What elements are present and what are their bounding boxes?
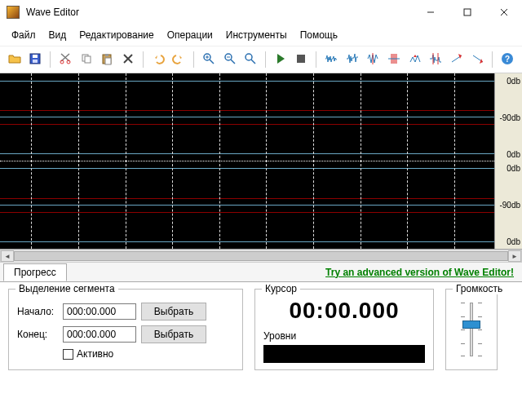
- tab-progress[interactable]: Прогресс: [3, 263, 67, 281]
- bottom-panel: Прогресс Try an advanced version of Wave…: [0, 263, 522, 378]
- end-input[interactable]: [63, 326, 136, 343]
- svg-rect-10: [85, 56, 91, 63]
- cursor-title: Курсор: [262, 283, 300, 294]
- menu-bar: Файл Вид Редактирование Операции Инструм…: [0, 24, 522, 46]
- undo-button[interactable]: [148, 50, 168, 69]
- active-checkbox[interactable]: [63, 349, 73, 360]
- scroll-right-icon[interactable]: ►: [508, 250, 521, 262]
- segment-title: Выделение сегмента: [15, 283, 118, 294]
- svg-rect-5: [33, 55, 38, 58]
- volume-slider[interactable]: [454, 298, 489, 361]
- wave-tool-8[interactable]: [468, 50, 488, 69]
- copy-button[interactable]: [77, 50, 96, 69]
- db-label-0: 0db: [507, 237, 520, 246]
- app-icon: [7, 6, 20, 19]
- svg-rect-13: [105, 58, 111, 64]
- waveform-area: 0db -90db 0db 0db -90db 0db ◄ ►: [0, 73, 522, 263]
- volume-thumb[interactable]: [462, 321, 480, 329]
- menu-help[interactable]: Помощь: [294, 26, 344, 44]
- svg-rect-25: [297, 55, 305, 63]
- wave-tool-4[interactable]: [384, 50, 404, 69]
- levels-label: Уровни: [263, 330, 425, 342]
- paste-button[interactable]: [98, 50, 117, 69]
- minimize-button[interactable]: [412, 0, 449, 24]
- db-label-neg90: -90db: [499, 113, 520, 122]
- menu-view[interactable]: Вид: [42, 26, 73, 44]
- cursor-time: 00:00.000: [263, 298, 425, 324]
- active-label: Активно: [77, 348, 113, 360]
- menu-operations[interactable]: Операции: [161, 26, 219, 44]
- help-icon: ?: [501, 52, 514, 68]
- menu-tools[interactable]: Инструменты: [219, 26, 294, 44]
- play-icon: [274, 52, 287, 68]
- title-bar: Wave Editor: [0, 0, 522, 24]
- close-button[interactable]: [485, 0, 522, 24]
- menu-edit[interactable]: Редактирование: [73, 26, 160, 44]
- end-label: Конец:: [17, 329, 58, 340]
- fade-in-icon: [450, 52, 463, 68]
- menu-file[interactable]: Файл: [5, 26, 42, 44]
- svg-line-21: [231, 60, 235, 64]
- zoomout-icon: [223, 52, 237, 68]
- wave-tool-2[interactable]: [343, 50, 362, 69]
- amplify-up-icon: [409, 52, 422, 68]
- db-label-0: 0db: [507, 149, 520, 158]
- db-label-neg90: -90db: [499, 201, 520, 210]
- volume-title: Громкость: [453, 283, 506, 294]
- waveform-select-icon: [387, 52, 400, 68]
- zoom-in-button[interactable]: [199, 50, 219, 69]
- wave-tool-1[interactable]: [321, 50, 341, 69]
- db-scale: 0db -90db 0db 0db -90db 0db: [494, 73, 522, 249]
- zoomin-icon: [202, 52, 215, 68]
- wave-tool-5[interactable]: [405, 50, 425, 69]
- waveform-canvas[interactable]: 0db -90db 0db 0db -90db 0db: [0, 73, 522, 250]
- wave-tool-3[interactable]: [364, 50, 383, 69]
- zoom-fit-button[interactable]: [241, 50, 260, 69]
- cut-icon: [59, 52, 72, 68]
- play-button[interactable]: [271, 50, 290, 69]
- save-icon: [29, 52, 42, 68]
- db-label-0: 0db: [507, 164, 520, 173]
- open-button[interactable]: [5, 50, 24, 69]
- toolbar: ?: [0, 46, 522, 73]
- volume-group: Громкость: [445, 289, 498, 370]
- cut-button[interactable]: [55, 50, 75, 69]
- delete-button[interactable]: [118, 50, 138, 69]
- open-icon: [8, 52, 21, 68]
- delete-icon: [122, 52, 135, 68]
- svg-text:?: ?: [505, 55, 510, 64]
- waveform-icon: [325, 52, 338, 68]
- db-label-0: 0db: [507, 76, 520, 85]
- end-select-button[interactable]: Выбрать: [141, 325, 206, 343]
- stop-button[interactable]: [292, 50, 312, 69]
- maximize-button[interactable]: [449, 0, 485, 24]
- start-select-button[interactable]: Выбрать: [141, 303, 206, 321]
- svg-rect-12: [105, 54, 108, 56]
- cursor-group: Курсор 00:00.000 Уровни: [254, 289, 434, 370]
- scrollbar-thumb[interactable]: [14, 251, 508, 261]
- redo-button[interactable]: [169, 50, 188, 69]
- zoom-out-button[interactable]: [220, 50, 240, 69]
- scroll-left-icon[interactable]: ◄: [1, 250, 14, 262]
- wave-tool-7[interactable]: [447, 50, 467, 69]
- horizontal-scrollbar[interactable]: ◄ ►: [0, 250, 522, 263]
- promo-link[interactable]: Try an advanced version of Wave Editor!: [325, 267, 514, 278]
- start-input[interactable]: [63, 303, 136, 320]
- help-button[interactable]: ?: [498, 50, 517, 69]
- svg-line-24: [251, 60, 255, 64]
- copy-icon: [80, 52, 93, 68]
- zoomfit-icon: [244, 52, 257, 68]
- waveform-icon: [346, 52, 359, 68]
- window-title: Wave Editor: [26, 7, 412, 18]
- svg-line-17: [210, 60, 214, 64]
- start-label: Начало:: [17, 306, 58, 317]
- waveform-icon: [366, 52, 379, 68]
- svg-rect-6: [33, 60, 38, 63]
- segment-group: Выделение сегмента Начало: Выбрать Конец…: [8, 289, 243, 370]
- wave-tool-6[interactable]: [426, 50, 445, 69]
- fade-out-icon: [471, 52, 484, 68]
- save-button[interactable]: [26, 50, 46, 69]
- svg-rect-1: [464, 9, 471, 15]
- redo-icon: [172, 52, 185, 68]
- levels-meter: [263, 345, 425, 363]
